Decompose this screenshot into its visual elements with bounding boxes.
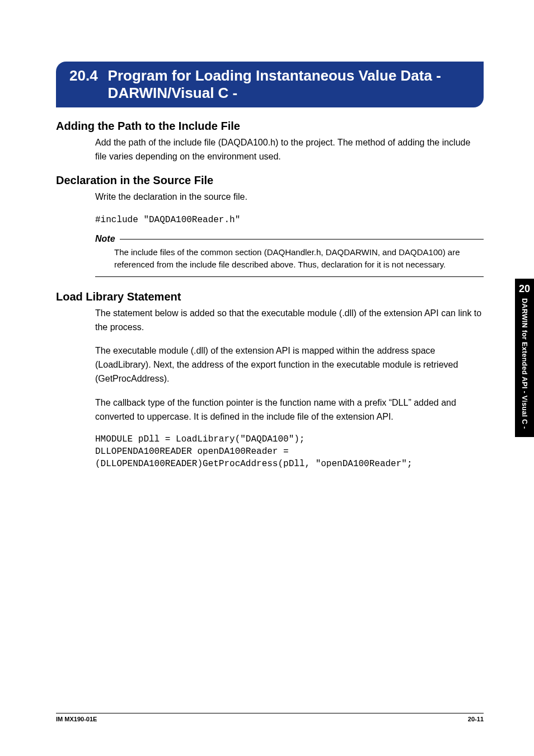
note-block: Note The include files of the common sec… bbox=[95, 234, 484, 277]
page-footer: IM MX190-01E 20-11 bbox=[56, 713, 484, 722]
page-content: 20.4 Program for Loading Instantaneous V… bbox=[0, 0, 534, 756]
code-block: HMODULE pDll = LoadLibrary("DAQDA100"); … bbox=[95, 434, 484, 470]
paragraph: The executable module (.dll) of the exte… bbox=[95, 344, 484, 386]
heading-adding-path: Adding the Path to the Include File bbox=[56, 120, 484, 133]
note-header: Note bbox=[95, 234, 484, 244]
section-title-bar: 20.4 Program for Loading Instantaneous V… bbox=[56, 62, 484, 107]
section-number: 20.4 bbox=[69, 67, 98, 84]
heading-declaration: Declaration in the Source File bbox=[56, 174, 484, 187]
footer-right: 20-11 bbox=[468, 716, 484, 722]
paragraph: The callback type of the function pointe… bbox=[95, 396, 484, 424]
section-title-text: Program for Loading Instantaneous Value … bbox=[108, 67, 470, 102]
note-rule bbox=[120, 239, 484, 240]
paragraph: Write the declaration in the source file… bbox=[95, 190, 484, 204]
code-block: #include "DAQDA100Reader.h" bbox=[95, 214, 484, 227]
footer-left: IM MX190-01E bbox=[56, 716, 97, 722]
note-label: Note bbox=[95, 234, 115, 244]
note-rule bbox=[95, 276, 484, 277]
paragraph: Add the path of the include file (DAQDA1… bbox=[95, 136, 484, 164]
side-tab-text: DARWIN for Extended API - Visual C - bbox=[521, 298, 528, 429]
heading-load-library: Load Library Statement bbox=[56, 290, 484, 303]
side-tab-number: 20 bbox=[515, 283, 534, 295]
paragraph: The statement below is added so that the… bbox=[95, 307, 484, 335]
note-body: The include files of the common section … bbox=[114, 246, 484, 274]
side-tab: 20 DARWIN for Extended API - Visual C - bbox=[515, 279, 534, 437]
